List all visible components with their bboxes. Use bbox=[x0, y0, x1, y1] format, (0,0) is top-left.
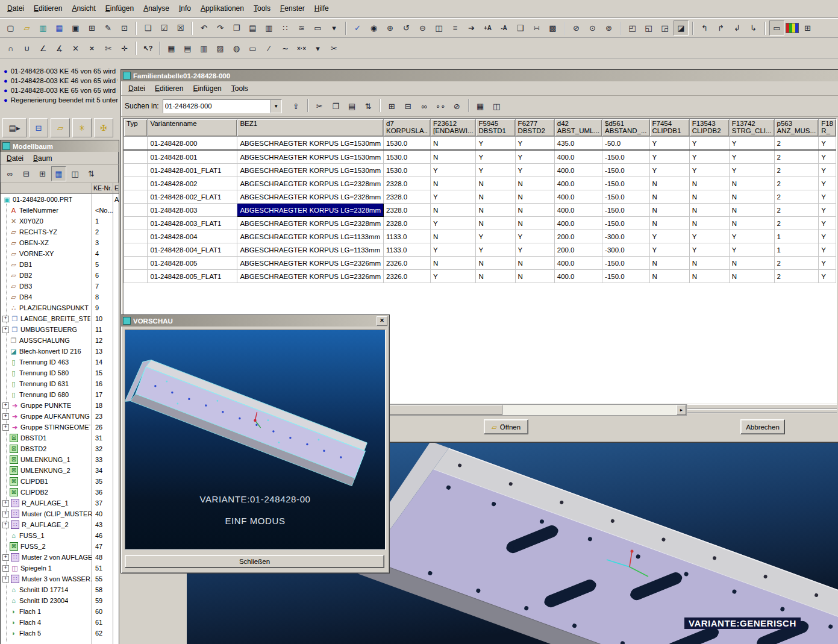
table-cell[interactable]: 2 bbox=[774, 164, 819, 177]
table-cell[interactable]: Y bbox=[689, 230, 729, 243]
table-cell[interactable]: N bbox=[729, 190, 774, 204]
table-row[interactable]: 01-248428-001_FLAT1ABGESCHRAEGTER KORPUS… bbox=[124, 164, 836, 177]
table-cell[interactable]: 2328.0 bbox=[384, 190, 431, 204]
sketch-grid-icon[interactable]: ▦ bbox=[164, 41, 179, 56]
expand-icon[interactable]: + bbox=[2, 576, 9, 583]
search-in-input[interactable] bbox=[163, 100, 270, 113]
cancel-button[interactable]: Abbrechen bbox=[740, 419, 785, 434]
table-cell[interactable]: -150.0 bbox=[602, 204, 649, 217]
table-cell[interactable]: 1133.0 bbox=[384, 243, 431, 257]
expand-icon[interactable]: + bbox=[2, 327, 9, 333]
column-header[interactable]: F7454CLIPDB1 bbox=[649, 119, 689, 137]
table-cell[interactable]: N bbox=[515, 177, 554, 190]
table-cell[interactable]: Y bbox=[515, 230, 554, 243]
tree-item[interactable]: ◗Flach 461 bbox=[1, 617, 119, 628]
variant-name-cell[interactable]: 01-248428-003_FLAT1 bbox=[148, 217, 237, 230]
table-cell[interactable]: N bbox=[729, 177, 774, 190]
view-settings-icon[interactable]: ▥ bbox=[36, 20, 51, 36]
selection-box-icon[interactable]: ▭ bbox=[310, 20, 325, 36]
table-cell[interactable]: -150.0 bbox=[602, 217, 649, 230]
menu-hilfe[interactable]: Hilfe bbox=[310, 3, 334, 14]
table-cell[interactable]: N bbox=[476, 204, 515, 217]
table-cell[interactable]: N bbox=[476, 190, 515, 204]
menu-einfügen[interactable]: Einfügen bbox=[188, 83, 226, 94]
table-cell[interactable]: 2 bbox=[774, 137, 819, 151]
column-header[interactable]: F23612[ENDABWI... bbox=[431, 119, 476, 137]
column-header[interactable]: $d561ABSTAND_... bbox=[602, 119, 649, 137]
table-cell[interactable]: -150.0 bbox=[602, 177, 649, 190]
fillet-tool-icon[interactable]: ∩ bbox=[3, 41, 18, 56]
table-cell[interactable]: 2 bbox=[774, 190, 819, 204]
table-row[interactable]: 01-248428-002ABGESCHRAEGTER KORPUS LG=23… bbox=[124, 177, 836, 190]
collapse-all-icon[interactable]: ⊟ bbox=[19, 166, 34, 181]
table-cell[interactable] bbox=[124, 257, 148, 270]
table-cell[interactable]: ABGESCHRAEGTER KORPUS LG=2328mm bbox=[237, 190, 384, 204]
tree-item[interactable]: +◫Spiegeln 151 bbox=[1, 563, 119, 574]
table-cell[interactable]: N bbox=[649, 177, 689, 190]
history-tab-icon[interactable]: ✠ bbox=[94, 118, 113, 137]
no-hidden-display-icon[interactable]: ◲ bbox=[657, 20, 672, 36]
menu-fenster[interactable]: Fenster bbox=[275, 3, 310, 14]
layer-tree-icon[interactable]: ∺ bbox=[529, 20, 544, 36]
tree-item[interactable]: +➔Gruppe STIRNGEOMET26 bbox=[1, 422, 119, 433]
tree-item[interactable]: ∴PLAZIERUNGSPUNKT9 bbox=[1, 302, 119, 313]
table-row[interactable]: 01-248428-004_FLAT1ABGESCHRAEGTER KORPUS… bbox=[124, 243, 836, 257]
table-cell[interactable]: Y bbox=[689, 243, 729, 257]
variant-name-cell[interactable]: 01-248428-002 bbox=[148, 177, 237, 190]
table-cell[interactable]: 400.0 bbox=[554, 150, 602, 164]
up-one-level-icon[interactable]: ⇧ bbox=[289, 99, 304, 114]
expand-icon[interactable]: + bbox=[2, 413, 9, 420]
table-cell[interactable]: 2 bbox=[774, 257, 819, 270]
table-cell[interactable]: Y bbox=[649, 150, 689, 164]
selected-cell[interactable]: ABGESCHRAEGTER KORPUS LG=2328mm bbox=[237, 204, 384, 217]
table-cell[interactable]: 1133.0 bbox=[384, 230, 431, 243]
menu-applikationen[interactable]: Applikationen bbox=[196, 3, 249, 14]
table-cell[interactable]: Y bbox=[819, 190, 836, 204]
insert-row-icon[interactable]: ⊞ bbox=[384, 99, 399, 114]
table-cell[interactable]: N bbox=[649, 270, 689, 283]
table-cell[interactable]: 1 bbox=[774, 230, 819, 243]
table-cell[interactable]: N bbox=[515, 270, 554, 283]
table-cell[interactable] bbox=[124, 137, 148, 151]
table-cell[interactable]: ABGESCHRAEGTER KORPUS LG=1530mm bbox=[237, 137, 384, 151]
tree-item[interactable]: ATeileNummer<No... bbox=[1, 205, 119, 216]
chamfer-tool-2-icon[interactable]: ∡ bbox=[52, 41, 67, 56]
tree-item[interactable]: ⌂Schnitt ID 1771458 bbox=[1, 584, 119, 595]
column-header[interactable]: F5945DBSTD1 bbox=[476, 119, 515, 137]
table-cell[interactable]: 400.0 bbox=[554, 270, 602, 283]
variant-name-cell[interactable]: 01-248428-005_FLAT1 bbox=[148, 270, 237, 283]
table-cell[interactable]: Y bbox=[431, 190, 476, 204]
table-cell[interactable]: N bbox=[649, 190, 689, 204]
table-cell[interactable]: N bbox=[431, 230, 476, 243]
tree-filters-icon[interactable]: ▦ bbox=[51, 166, 66, 181]
table-row[interactable]: 01-248428-005ABGESCHRAEGTER KORPUS LG=23… bbox=[124, 257, 836, 270]
tree-item[interactable]: ❐AUSSCHALUNG12 bbox=[1, 335, 119, 346]
more-tools-dropdown-icon[interactable]: ▾ bbox=[327, 20, 342, 36]
table-cell[interactable]: -300.0 bbox=[602, 243, 649, 257]
tree-item[interactable]: ◗Flach 562 bbox=[1, 628, 119, 639]
preview-viewport[interactable]: VARIANTE:01-248428-00 EINF MODUS bbox=[125, 330, 386, 550]
save-backup-icon[interactable]: ⊞ bbox=[84, 20, 99, 36]
view-orient-3-icon[interactable]: ↲ bbox=[730, 20, 745, 36]
grid-snap-icon[interactable]: ⊞ bbox=[800, 20, 815, 36]
color-palette-icon[interactable] bbox=[786, 23, 799, 33]
table-cell[interactable]: Y bbox=[819, 204, 836, 217]
table-cell[interactable]: ABGESCHRAEGTER KORPUS LG=1530mm bbox=[237, 150, 384, 164]
table-cell[interactable]: Y bbox=[649, 230, 689, 243]
table-cell[interactable]: Y bbox=[431, 217, 476, 230]
close-preview-button[interactable]: Schließen bbox=[125, 555, 384, 568]
table-cell[interactable]: Y bbox=[476, 137, 515, 151]
table-cell[interactable]: N bbox=[431, 204, 476, 217]
save-icon[interactable]: ▣ bbox=[68, 20, 83, 36]
table-cell[interactable]: 400.0 bbox=[554, 164, 602, 177]
table-cell[interactable]: Y bbox=[515, 243, 554, 257]
table-cell[interactable]: Y bbox=[729, 243, 774, 257]
table-cell[interactable]: N bbox=[689, 217, 729, 230]
expand-icon[interactable]: + bbox=[2, 402, 9, 409]
table-cell[interactable]: ABGESCHRAEGTER KORPUS LG=2328mm bbox=[237, 217, 384, 230]
view-stack-icon[interactable]: ▩ bbox=[545, 20, 560, 36]
menu-tools[interactable]: Tools bbox=[227, 83, 253, 94]
tree-item[interactable]: +❐UMBUGSTEUERG11 bbox=[1, 324, 119, 335]
table-cell[interactable]: N bbox=[649, 204, 689, 217]
redo-icon[interactable]: ↷ bbox=[213, 20, 228, 36]
